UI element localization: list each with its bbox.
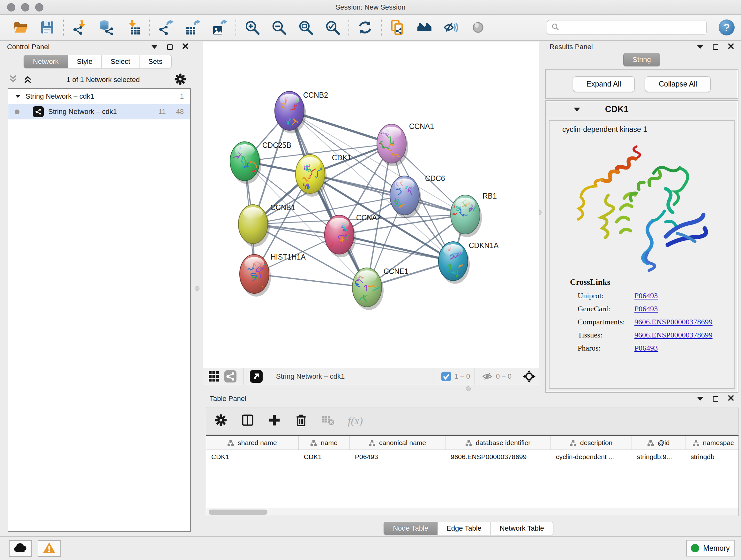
tab-style[interactable]: Style bbox=[68, 55, 102, 68]
import-network-from-file-icon[interactable] bbox=[72, 20, 87, 35]
expand-all-button[interactable]: Expand All bbox=[573, 76, 635, 92]
close-panel-icon[interactable] bbox=[728, 43, 734, 51]
close-panel-icon[interactable] bbox=[182, 43, 188, 51]
zoom-in-icon[interactable] bbox=[245, 20, 260, 35]
birdseye-icon[interactable] bbox=[250, 370, 263, 383]
tab-string[interactable]: String bbox=[623, 53, 660, 66]
network-node-CCNA1[interactable] bbox=[374, 124, 408, 166]
network-options-gear-icon[interactable] bbox=[174, 72, 187, 87]
table-cell[interactable]: P06493 bbox=[350, 450, 446, 464]
left-splitter-handle[interactable] bbox=[195, 286, 199, 291]
collapse-all-button[interactable]: Collapse All bbox=[645, 76, 711, 92]
export-network-icon[interactable] bbox=[158, 20, 174, 35]
network-node-RB1[interactable] bbox=[450, 195, 485, 237]
tab-network[interactable]: Network bbox=[23, 55, 68, 68]
close-panel-icon[interactable] bbox=[728, 395, 734, 403]
crosslink-link[interactable]: 9606.ENSP00000378699 bbox=[634, 318, 713, 326]
table-cell[interactable]: cyclin-dependent ... bbox=[551, 450, 632, 464]
float-panel-icon[interactable] bbox=[697, 397, 703, 401]
column-header-description[interactable]: description bbox=[551, 436, 632, 449]
table-cell[interactable]: CDK1 bbox=[299, 450, 350, 464]
bottom-splitter-handle[interactable] bbox=[466, 386, 471, 391]
float-panel-icon[interactable] bbox=[151, 45, 158, 49]
open-session-icon[interactable] bbox=[13, 20, 28, 35]
network-node-CDKN1A[interactable] bbox=[439, 242, 470, 284]
scrollbar-thumb[interactable] bbox=[209, 509, 267, 515]
column-header-@id[interactable]: @id bbox=[632, 436, 685, 449]
zoom-fit-icon[interactable] bbox=[298, 20, 313, 35]
edge-HIST1H1A-CCNE1[interactable] bbox=[254, 274, 367, 287]
network-from-selection-icon[interactable] bbox=[390, 20, 405, 35]
column-header-database-identifier[interactable]: database identifier bbox=[446, 436, 551, 449]
tab-select[interactable]: Select bbox=[102, 55, 139, 68]
export-image-icon[interactable] bbox=[212, 20, 227, 35]
tab-sets[interactable]: Sets bbox=[139, 55, 172, 68]
horizontal-scrollbar[interactable] bbox=[206, 508, 738, 516]
show-columns-icon[interactable] bbox=[241, 413, 255, 428]
crosslink-link[interactable]: P06493 bbox=[634, 344, 658, 353]
table-cell[interactable]: stringdb bbox=[685, 450, 741, 464]
network-node-CDC6[interactable] bbox=[390, 176, 421, 218]
column-header-shared-name[interactable]: shared name bbox=[206, 436, 299, 449]
network-node-CDK1[interactable] bbox=[295, 154, 327, 197]
apply-preferred-layout-icon[interactable] bbox=[357, 20, 373, 35]
crosslink-link[interactable]: P06493 bbox=[634, 292, 658, 300]
expand-all-networks-icon[interactable] bbox=[23, 74, 32, 86]
import-table-from-file-icon[interactable] bbox=[126, 20, 141, 35]
network-node-HIST1H1A[interactable] bbox=[240, 254, 271, 297]
cloud-button[interactable] bbox=[9, 540, 32, 557]
network-node-CCNA2[interactable] bbox=[325, 215, 356, 257]
crosslink-link[interactable]: 9606.ENSP00000378699 bbox=[634, 331, 713, 339]
protein-collapse-icon[interactable] bbox=[574, 108, 580, 111]
memory-status-dot bbox=[691, 544, 699, 552]
table-row[interactable]: CDK1CDK1P064939606.ENSP00000378699cyclin… bbox=[206, 450, 738, 464]
first-neighbors-icon[interactable] bbox=[417, 20, 432, 35]
export-table-icon[interactable] bbox=[185, 20, 200, 35]
maximize-panel-icon[interactable] bbox=[713, 44, 718, 50]
maximize-panel-icon[interactable] bbox=[167, 44, 173, 50]
column-header-namespac[interactable]: namespac bbox=[685, 436, 741, 449]
tab-node-table[interactable]: Node Table bbox=[384, 522, 437, 535]
node-label-HIST1H1A: HIST1H1A bbox=[271, 253, 306, 261]
maximize-panel-icon[interactable] bbox=[713, 396, 718, 401]
delete-column-icon[interactable] bbox=[294, 413, 308, 428]
help-icon[interactable]: ? bbox=[719, 19, 735, 36]
share-icon[interactable] bbox=[224, 370, 237, 383]
search-input[interactable] bbox=[562, 23, 702, 31]
zoom-out-icon[interactable] bbox=[271, 20, 286, 35]
grid-icon[interactable] bbox=[207, 370, 220, 383]
zoom-selected-icon[interactable] bbox=[325, 20, 340, 35]
network-node-CCNB1[interactable] bbox=[239, 205, 270, 247]
column-header-name[interactable]: name bbox=[299, 436, 350, 449]
table-cell[interactable]: CDK1 bbox=[206, 450, 299, 464]
network-collection-row[interactable]: String Network – cdk1 1 bbox=[8, 89, 190, 104]
save-session-icon[interactable] bbox=[40, 20, 55, 35]
network-node-CCNE1[interactable] bbox=[352, 268, 384, 310]
protein-header[interactable]: CDK1 bbox=[546, 101, 738, 118]
control-panel-tabs: NetworkStyleSelectSets bbox=[0, 55, 195, 68]
import-network-from-database-icon[interactable] bbox=[99, 20, 114, 35]
collection-expand-icon[interactable] bbox=[15, 95, 20, 98]
network-row[interactable]: String Network – cdk1 11 48 bbox=[8, 104, 190, 119]
network-canvas[interactable]: CCNB2CCNA1CDC25BCDK1CDC6RB1CCNB1CCNA2CDK… bbox=[203, 42, 539, 368]
show-all-icon[interactable] bbox=[470, 20, 486, 35]
tab-network-table[interactable]: Network Table bbox=[491, 522, 553, 535]
settings-gear-icon[interactable] bbox=[214, 413, 228, 428]
hide-selected-icon[interactable] bbox=[444, 20, 459, 35]
node-table: shared namenamecanonical namedatabase id… bbox=[206, 435, 739, 516]
selected-checkbox[interactable] bbox=[440, 370, 453, 383]
memory-button[interactable]: Memory bbox=[686, 540, 735, 557]
warnings-button[interactable] bbox=[38, 540, 61, 557]
crosslink-link[interactable]: P06493 bbox=[634, 305, 658, 313]
add-column-icon[interactable] bbox=[267, 413, 281, 428]
search-box[interactable] bbox=[547, 20, 706, 35]
column-header-canonical-name[interactable]: canonical name bbox=[350, 436, 446, 449]
crosshair-icon[interactable] bbox=[523, 370, 536, 383]
collapse-all-networks-icon[interactable] bbox=[8, 74, 18, 86]
network-node-CCNB2[interactable] bbox=[275, 91, 306, 133]
float-panel-icon[interactable] bbox=[697, 45, 703, 49]
table-cell[interactable]: stringdb:9... bbox=[632, 450, 685, 464]
toolbar-separator bbox=[149, 17, 150, 37]
tab-edge-table[interactable]: Edge Table bbox=[437, 522, 491, 535]
table-cell[interactable]: 9606.ENSP00000378699 bbox=[446, 450, 551, 464]
